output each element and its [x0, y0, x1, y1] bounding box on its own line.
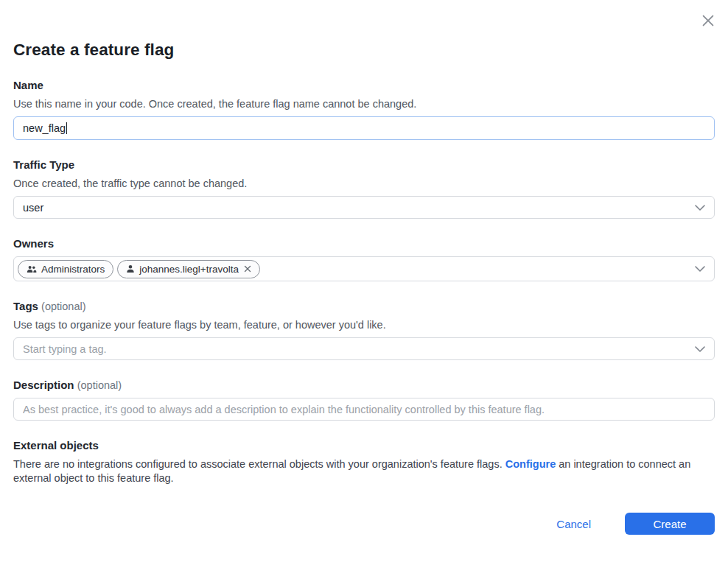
- owners-section: Owners Administrators: [13, 237, 715, 281]
- chevron-down-icon: [695, 205, 705, 211]
- description-input[interactable]: [13, 398, 715, 421]
- create-feature-flag-dialog: Create a feature flag Name Use this name…: [0, 0, 728, 535]
- owner-chip-label: johannes.liegl+travolta: [139, 264, 239, 275]
- tags-select[interactable]: Start typing a tag.: [13, 337, 715, 360]
- name-helper-text: Use this name in your code. Once created…: [13, 97, 715, 110]
- tags-placeholder: Start typing a tag.: [23, 343, 107, 355]
- description-optional-label: (optional): [77, 379, 122, 391]
- name-section: Name Use this name in your code. Once cr…: [13, 79, 715, 140]
- chevron-down-icon: [695, 346, 705, 352]
- name-input[interactable]: new_flag: [13, 116, 715, 140]
- description-label: Description (optional): [13, 379, 715, 392]
- external-objects-label: External objects: [13, 439, 715, 452]
- create-button[interactable]: Create: [625, 513, 715, 535]
- traffic-type-value: user: [23, 202, 43, 214]
- close-icon: [700, 13, 716, 29]
- tags-helper-text: Use tags to organize your feature flags …: [13, 318, 715, 331]
- owner-chip-administrators[interactable]: Administrators: [18, 260, 113, 278]
- cancel-button[interactable]: Cancel: [556, 518, 591, 530]
- page-title: Create a feature flag: [13, 0, 715, 60]
- person-icon: [126, 264, 135, 273]
- traffic-type-select[interactable]: user: [13, 196, 715, 219]
- tags-optional-label: (optional): [41, 301, 85, 312]
- remove-owner-icon[interactable]: [244, 265, 251, 273]
- name-label: Name: [13, 79, 715, 92]
- chevron-down-icon: [695, 266, 705, 272]
- dialog-footer: Cancel Create: [13, 513, 715, 535]
- owner-chip-label: Administrators: [41, 264, 105, 275]
- traffic-type-section: Traffic Type Once created, the traffic t…: [13, 158, 715, 219]
- text-caret: [66, 122, 67, 134]
- description-section: Description (optional): [13, 379, 715, 421]
- owners-select[interactable]: Administrators johannes.liegl+travolta: [13, 256, 715, 281]
- close-button[interactable]: [699, 12, 717, 29]
- external-objects-text: There are no integrations configured to …: [13, 457, 713, 485]
- name-input-value: new_flag: [23, 122, 66, 134]
- configure-link[interactable]: Configure: [505, 458, 556, 470]
- external-objects-section: External objects There are no integratio…: [13, 439, 715, 485]
- tags-label: Tags (optional): [13, 300, 715, 313]
- owner-chip-user[interactable]: johannes.liegl+travolta: [117, 260, 260, 278]
- traffic-type-label: Traffic Type: [13, 158, 715, 172]
- tags-section: Tags (optional) Use tags to organize you…: [13, 300, 715, 360]
- group-icon: [27, 265, 37, 273]
- traffic-type-helper-text: Once created, the traffic type cannot be…: [13, 177, 715, 190]
- owners-label: Owners: [13, 237, 715, 250]
